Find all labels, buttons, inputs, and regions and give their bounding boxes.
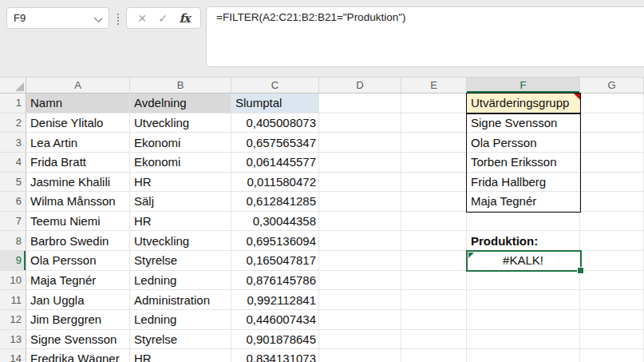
cell-C14[interactable]: 0,834131073 [231, 349, 319, 362]
cell-G8[interactable] [580, 231, 644, 251]
cell-F9[interactable]: #KALK! [467, 251, 580, 271]
cell-A7[interactable]: Teemu Niemi [26, 212, 130, 232]
cell-F6[interactable]: Maja Tegnér [467, 192, 580, 212]
cell-C11[interactable]: 0,992112841 [231, 290, 319, 310]
cell-C7[interactable]: 0,30044358 [231, 212, 319, 232]
cell-F11[interactable] [467, 290, 580, 310]
row-header-1[interactable]: 1 [0, 93, 26, 113]
cell-A10[interactable]: Maja Tegnér [26, 271, 130, 291]
cell-A14[interactable]: Fredrika Wägner [26, 349, 130, 362]
name-box[interactable]: F9 [6, 7, 109, 29]
cell-A6[interactable]: Wilma Månsson [26, 192, 130, 212]
enter-icon[interactable]: ✓ [158, 13, 168, 24]
cell-D8[interactable] [319, 231, 401, 251]
formula-bar[interactable]: =FILTER(A2:C21;B2:B21="Produktion") [206, 6, 644, 67]
row-header-3[interactable]: 3 [0, 133, 26, 153]
cell-C5[interactable]: 0,011580472 [231, 173, 319, 193]
cell-F13[interactable] [467, 330, 580, 350]
insert-function-icon[interactable]: fx [179, 11, 189, 26]
cell-F12[interactable] [467, 310, 580, 330]
cell-E1[interactable] [401, 93, 467, 113]
cell-G2[interactable] [580, 113, 644, 133]
row-header-2[interactable]: 2 [0, 113, 26, 133]
cell-F5[interactable]: Frida Hallberg [467, 173, 580, 193]
cell-D10[interactable] [319, 271, 401, 291]
cell-C4[interactable]: 0,061445577 [231, 153, 319, 173]
cell-B11[interactable]: Administration [130, 290, 231, 310]
column-header-G[interactable]: G [580, 78, 644, 93]
cell-B13[interactable]: Styrelse [130, 330, 231, 350]
cell-G5[interactable] [580, 173, 644, 193]
row-header-11[interactable]: 11 [0, 290, 26, 310]
cell-E2[interactable] [401, 113, 467, 133]
row-header-13[interactable]: 13 [0, 330, 26, 350]
cell-E4[interactable] [401, 153, 467, 173]
column-header-A[interactable]: A [26, 78, 130, 93]
cell-A1[interactable]: Namn [26, 93, 130, 113]
cell-B3[interactable]: Ekonomi [130, 133, 231, 153]
cell-A11[interactable]: Jan Uggla [26, 290, 130, 310]
cell-G4[interactable] [580, 153, 644, 173]
cell-D14[interactable] [319, 349, 401, 362]
cell-E7[interactable] [401, 212, 467, 232]
cell-G14[interactable] [580, 349, 644, 362]
cell-D5[interactable] [319, 173, 401, 193]
cell-B4[interactable]: Ekonomi [130, 153, 231, 173]
cell-E8[interactable] [401, 231, 467, 251]
cell-F2[interactable]: Signe Svensson [467, 113, 580, 133]
cell-B8[interactable]: Utveckling [130, 231, 231, 251]
row-header-5[interactable]: 5 [0, 173, 26, 193]
cell-A3[interactable]: Lea Artin [26, 133, 130, 153]
cell-G9[interactable] [580, 251, 644, 271]
cell-A9[interactable]: Ola Persson [26, 251, 130, 271]
cell-D12[interactable] [319, 310, 401, 330]
cell-G10[interactable] [580, 271, 644, 291]
row-header-9[interactable]: 9 [0, 251, 26, 271]
cell-E6[interactable] [401, 192, 467, 212]
cell-C8[interactable]: 0,695136094 [231, 231, 319, 251]
fill-handle[interactable] [577, 267, 584, 274]
cell-F14[interactable] [467, 349, 580, 362]
row-header-12[interactable]: 12 [0, 310, 26, 330]
cell-A5[interactable]: Jasmine Khalili [26, 173, 130, 193]
cell-D3[interactable] [319, 133, 401, 153]
cell-G13[interactable] [580, 330, 644, 350]
cell-D1[interactable] [319, 93, 401, 113]
cell-D9[interactable] [319, 251, 401, 271]
row-header-10[interactable]: 10 [0, 271, 26, 291]
cell-E11[interactable] [401, 290, 467, 310]
cell-G11[interactable] [580, 290, 644, 310]
cell-C9[interactable]: 0,165047817 [231, 251, 319, 271]
cell-E13[interactable] [401, 330, 467, 350]
cell-G1[interactable] [580, 93, 644, 113]
cell-D13[interactable] [319, 330, 401, 350]
cell-C1[interactable]: Slumptal [231, 93, 319, 113]
cell-B10[interactable]: Ledning [130, 271, 231, 291]
cell-B7[interactable]: HR [130, 212, 231, 232]
cell-D2[interactable] [319, 113, 401, 133]
cancel-icon[interactable]: ✕ [137, 13, 147, 24]
cell-E3[interactable] [401, 133, 467, 153]
cell-B6[interactable]: Sälj [130, 192, 231, 212]
formula-text[interactable]: =FILTER(A2:C21;B2:B21="Produktion") [216, 11, 405, 23]
column-header-F[interactable]: F [467, 78, 580, 93]
cell-F8[interactable]: Produktion: [467, 231, 580, 251]
cell-G12[interactable] [580, 310, 644, 330]
row-header-8[interactable]: 8 [0, 231, 26, 251]
cell-F10[interactable] [467, 271, 580, 291]
cell-F7[interactable] [467, 212, 580, 232]
cell-B1[interactable]: Avdelning [130, 93, 231, 113]
row-header-14[interactable]: 14 [0, 349, 26, 362]
cell-F4[interactable]: Torben Eriksson [467, 153, 580, 173]
cell-F3[interactable]: Ola Persson [467, 133, 580, 153]
chevron-down-icon[interactable] [95, 14, 102, 22]
cell-A8[interactable]: Barbro Swedin [26, 231, 130, 251]
column-header-C[interactable]: C [231, 78, 319, 93]
cell-G7[interactable] [580, 212, 644, 232]
cell-B14[interactable]: HR [130, 349, 231, 362]
cell-B5[interactable]: HR [130, 173, 231, 193]
cell-D6[interactable] [319, 192, 401, 212]
cell-D4[interactable] [319, 153, 401, 173]
row-header-6[interactable]: 6 [0, 192, 26, 212]
cell-C2[interactable]: 0,405008073 [231, 113, 319, 133]
